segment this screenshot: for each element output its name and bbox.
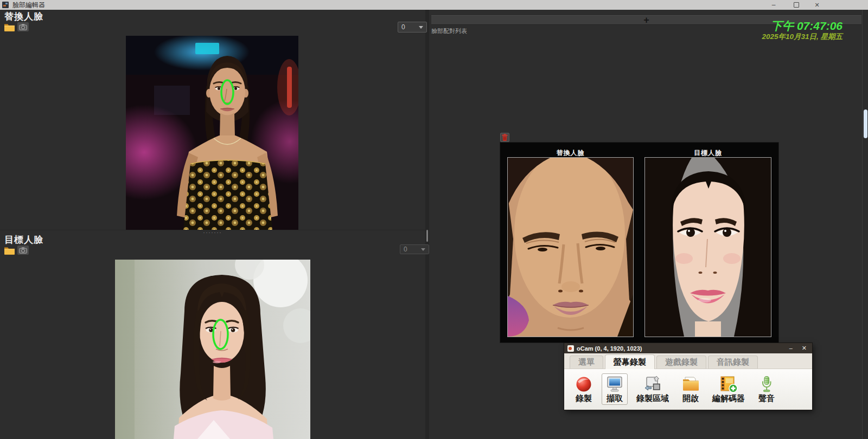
record-label: 錄製 xyxy=(576,393,592,403)
source-face-index-value: 0 xyxy=(401,24,419,30)
app-title: 臉部編輯器 xyxy=(12,1,45,10)
preview-target-face xyxy=(644,157,771,337)
match-list-label: 臉部配對列表 xyxy=(431,27,467,35)
sound-icon xyxy=(757,376,776,393)
target-face-index-dropdown[interactable]: 0 xyxy=(400,244,429,254)
target-face-index-value: 0 xyxy=(404,246,421,253)
titlebar: 臉部編輯器 – ✕ xyxy=(0,0,868,10)
sound-label: 聲音 xyxy=(758,393,775,403)
target-photo-canvas[interactable] xyxy=(115,260,310,439)
ocam-app-icon xyxy=(567,345,574,352)
camera-icon xyxy=(19,24,27,30)
target-open-folder-button[interactable] xyxy=(3,246,15,255)
close-button[interactable]: ✕ xyxy=(812,0,822,10)
target-camera-button[interactable] xyxy=(17,246,29,255)
maximize-icon xyxy=(794,2,799,8)
source-section-title: 替換人臉 xyxy=(4,10,43,23)
tab-screen-recording[interactable]: 螢幕錄製 xyxy=(605,354,655,369)
clock-time: 下午 07:47:06 xyxy=(771,18,843,34)
ocam-title: oCam (0, 4, 1920, 1023) xyxy=(577,345,642,352)
folder-icon xyxy=(4,246,15,255)
source-photo-image xyxy=(126,36,298,230)
preview-target-label: 目標人臉 xyxy=(644,149,771,158)
sound-button[interactable]: 聲音 xyxy=(754,373,780,404)
chevron-down-icon xyxy=(421,248,425,251)
target-photo-image xyxy=(115,260,310,439)
face-editor-window: 臉部編輯器 – ✕ 替換人臉 0 xyxy=(0,0,868,439)
preview-target-face-image xyxy=(645,158,771,337)
preview-source-face xyxy=(507,157,634,337)
open-folder-icon xyxy=(681,376,700,393)
maximize-button[interactable] xyxy=(792,0,801,10)
ocam-toolbar: 錄製 擷取 xyxy=(564,369,812,409)
source-face-index-dropdown[interactable]: 0 xyxy=(398,22,427,33)
ocam-tab-bar: 選單 螢幕錄製 遊戲錄製 音訊錄製 xyxy=(564,353,812,369)
source-camera-button[interactable] xyxy=(17,22,29,31)
open-label: 開啟 xyxy=(682,393,699,403)
scrollbar-thumb[interactable] xyxy=(864,109,867,138)
record-button[interactable]: 錄製 xyxy=(571,373,597,404)
record-area-button[interactable]: 錄製區域 xyxy=(633,373,673,404)
chevron-down-icon xyxy=(419,26,423,29)
source-open-folder-button[interactable] xyxy=(3,22,15,31)
vertical-scrollbar[interactable] xyxy=(862,10,868,439)
tab-audio-recording[interactable]: 音訊錄製 xyxy=(708,356,758,369)
ocam-window: oCam (0, 4, 1920, 1023) – ✕ 選單 螢幕錄製 遊戲錄製… xyxy=(564,343,812,410)
tab-game-recording[interactable]: 遊戲錄製 xyxy=(656,356,706,369)
target-section-title: 目標人臉 xyxy=(4,234,43,246)
codec-label: 編解碼器 xyxy=(712,393,745,403)
codec-icon xyxy=(719,376,738,393)
trash-icon xyxy=(502,134,508,141)
preview-source-label: 替換人臉 xyxy=(507,149,634,158)
ocam-titlebar[interactable]: oCam (0, 4, 1920, 1023) – ✕ xyxy=(564,343,812,353)
folder-icon xyxy=(4,23,15,31)
splitter-grip-dots: ······· xyxy=(203,230,222,235)
preview-source-face-image xyxy=(508,158,633,337)
codec-button[interactable]: 編解碼器 xyxy=(709,373,749,404)
vertical-splitter[interactable] xyxy=(425,10,429,439)
capture-icon xyxy=(605,376,624,393)
add-icon: + xyxy=(643,15,649,25)
camera-icon xyxy=(19,247,27,254)
tab-menu[interactable]: 選單 xyxy=(570,356,603,369)
app-icon xyxy=(2,2,9,8)
capture-label: 擷取 xyxy=(607,393,623,403)
capture-button[interactable]: 擷取 xyxy=(602,373,628,404)
record-area-icon xyxy=(643,376,662,393)
open-button[interactable]: 開啟 xyxy=(678,373,704,404)
horizontal-splitter[interactable]: ······· xyxy=(0,230,425,235)
splitter-handle xyxy=(426,230,428,242)
delete-pair-button[interactable] xyxy=(500,133,509,142)
face-pair-preview-panel: 替換人臉 目標人臉 xyxy=(500,143,778,343)
minimize-button[interactable]: – xyxy=(769,0,778,10)
record-icon xyxy=(575,376,593,393)
clock-date: 2025年10月31日, 星期五 xyxy=(762,32,843,42)
ocam-minimize-button[interactable]: – xyxy=(789,345,793,351)
source-photo-canvas[interactable] xyxy=(126,36,298,230)
record-area-label: 錄製區域 xyxy=(636,393,669,403)
ocam-close-button[interactable]: ✕ xyxy=(802,345,807,351)
